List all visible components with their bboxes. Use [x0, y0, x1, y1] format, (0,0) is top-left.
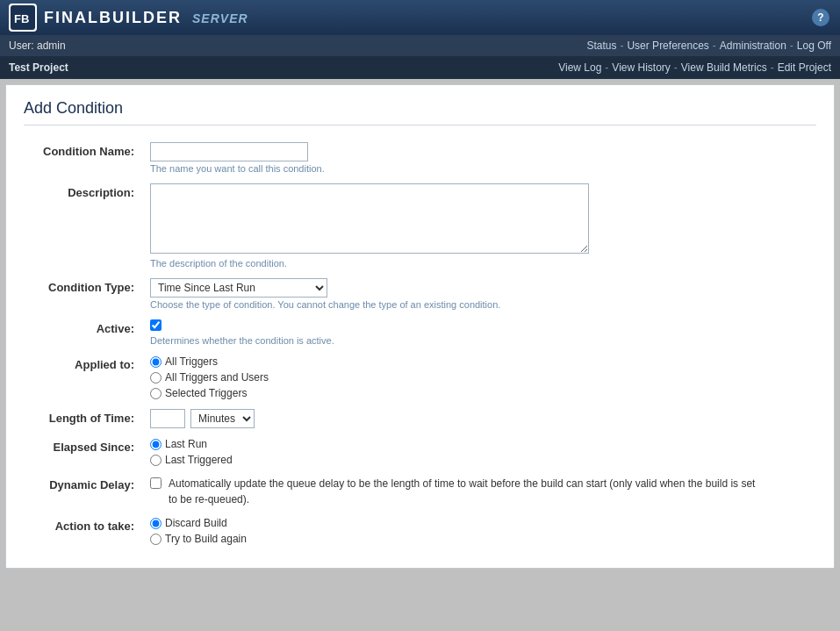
elapsed-last-run[interactable]: Last Run — [150, 438, 813, 450]
logo-box: FB — [9, 4, 37, 32]
condition-type-hint: Choose the type of condition. You cannot… — [150, 299, 813, 310]
condition-type-row: Condition Type: Time Since Last Run Choo… — [24, 274, 816, 315]
action-radio-group: Discard Build Try to Build again — [150, 517, 813, 545]
condition-name-row: Condition Name: The name you want to cal… — [24, 138, 816, 179]
nav-view-metrics-link[interactable]: View Build Metrics — [681, 61, 767, 74]
applied-to-label: Applied to: — [24, 351, 147, 405]
condition-name-field: The name you want to call this condition… — [147, 138, 816, 179]
applied-all-triggers-users-label: All Triggers and Users — [165, 371, 269, 384]
elapsed-last-run-radio[interactable] — [150, 439, 162, 450]
help-icon[interactable]: ? — [812, 9, 829, 26]
length-of-time-row: Length of Time: Minutes Hours Days — [24, 405, 816, 434]
dynamic-delay-checkbox[interactable] — [150, 477, 162, 489]
nav-project-links: View Log - View History - View Build Met… — [558, 61, 831, 74]
main-content: Add Condition Condition Name: The name y… — [5, 84, 835, 569]
form-table: Condition Name: The name you want to cal… — [24, 138, 816, 550]
elapsed-last-triggered[interactable]: Last Triggered — [150, 454, 813, 466]
condition-type-wrapper: Time Since Last Run — [150, 278, 327, 298]
header-top: FB FINALBUILDER Server ? — [0, 0, 840, 35]
elapsed-since-row: Elapsed Since: Last Run Last Triggered — [24, 434, 816, 471]
elapsed-last-run-label: Last Run — [165, 438, 207, 450]
logo-area: FB FINALBUILDER Server — [9, 4, 248, 32]
applied-all-triggers-users-radio[interactable] — [150, 372, 162, 384]
nav-user: User: admin — [9, 39, 66, 52]
nav-view-log-link[interactable]: View Log — [558, 61, 601, 74]
nav-user-prefs-link[interactable]: User Preferences — [627, 39, 708, 52]
svg-text:FB: FB — [14, 12, 29, 25]
action-label: Action to take: — [24, 513, 147, 550]
applied-selected-triggers-label: Selected Triggers — [165, 387, 247, 399]
length-of-time-field: Minutes Hours Days — [147, 405, 816, 434]
dynamic-delay-row: Dynamic Delay: Automatically update the … — [24, 471, 816, 513]
action-retry[interactable]: Try to Build again — [150, 533, 813, 545]
active-field: Determines whether the condition is acti… — [147, 315, 816, 351]
elapsed-last-triggered-label: Last Triggered — [165, 454, 233, 466]
applied-all-triggers-radio[interactable] — [150, 356, 162, 368]
action-discard-radio[interactable] — [150, 518, 162, 529]
minutes-wrapper: Minutes Hours Days — [190, 409, 255, 428]
condition-name-label: Condition Name: — [24, 138, 147, 179]
applied-selected-triggers[interactable]: Selected Triggers — [150, 387, 813, 399]
description-row: Description: The description of the cond… — [24, 179, 816, 274]
action-retry-label: Try to Build again — [165, 533, 247, 545]
action-field: Discard Build Try to Build again — [147, 513, 816, 550]
logo-text: FINALBUILDER Server — [44, 9, 248, 27]
active-hint: Determines whether the condition is acti… — [150, 335, 813, 346]
description-hint: The description of the condition. — [150, 258, 813, 269]
action-discard-label: Discard Build — [165, 517, 227, 529]
nav-sep3: - — [790, 39, 793, 52]
nav-sep1: - — [620, 39, 623, 52]
description-field: The description of the condition. — [147, 179, 816, 274]
nav-sep2: - — [713, 39, 716, 52]
elapsed-since-radio-group: Last Run Last Triggered — [150, 438, 813, 466]
dynamic-delay-checkbox-row: Automatically update the queue delay to … — [150, 476, 813, 507]
applied-to-radio-group: All Triggers All Triggers and Users Sele… — [150, 355, 813, 399]
length-of-time-label: Length of Time: — [24, 405, 147, 434]
action-retry-radio[interactable] — [150, 534, 162, 545]
condition-type-field: Time Since Last Run Choose the type of c… — [147, 274, 816, 315]
proj-sep2: - — [674, 61, 678, 74]
active-label: Active: — [24, 315, 147, 351]
nav-project: Test Project View Log - View History - V… — [0, 56, 840, 79]
applied-to-field: All Triggers All Triggers and Users Sele… — [147, 351, 816, 405]
condition-name-input[interactable] — [150, 142, 308, 161]
proj-sep1: - — [605, 61, 608, 74]
nav-logoff-link[interactable]: Log Off — [797, 39, 831, 52]
dynamic-delay-text: Automatically update the queue delay to … — [169, 476, 765, 507]
action-discard[interactable]: Discard Build — [150, 517, 813, 529]
nav-admin-link[interactable]: Administration — [720, 39, 786, 52]
condition-type-select[interactable]: Time Since Last Run — [151, 281, 327, 295]
applied-selected-triggers-radio[interactable] — [150, 388, 162, 399]
length-row: Minutes Hours Days — [150, 409, 813, 428]
condition-type-label: Condition Type: — [24, 274, 147, 315]
length-input[interactable] — [150, 409, 185, 428]
applied-all-triggers-users[interactable]: All Triggers and Users — [150, 371, 813, 384]
nav-view-history-link[interactable]: View History — [612, 61, 670, 74]
applied-all-triggers-label: All Triggers — [165, 355, 218, 368]
minutes-select[interactable]: Minutes Hours Days — [191, 412, 254, 426]
logo-main: FINALBUILDER — [44, 9, 182, 26]
active-row: Active: Determines whether the condition… — [24, 315, 816, 351]
active-checkbox[interactable] — [150, 319, 162, 331]
nav-project-name: Test Project — [9, 61, 68, 74]
description-textarea[interactable] — [150, 183, 589, 254]
page-title: Add Condition — [24, 99, 816, 125]
action-row: Action to take: Discard Build Try to Bui… — [24, 513, 816, 550]
nav-status-link[interactable]: Status — [586, 39, 616, 52]
nav-top: User: admin Status - User Preferences - … — [0, 35, 840, 56]
proj-sep3: - — [771, 61, 774, 74]
dynamic-delay-label: Dynamic Delay: — [24, 471, 147, 513]
dynamic-delay-field: Automatically update the queue delay to … — [147, 471, 816, 513]
applied-all-triggers[interactable]: All Triggers — [150, 355, 813, 368]
applied-to-row: Applied to: All Triggers All Triggers an… — [24, 351, 816, 405]
condition-name-hint: The name you want to call this condition… — [150, 163, 813, 174]
elapsed-since-field: Last Run Last Triggered — [147, 434, 816, 471]
logo-server: Server — [192, 11, 248, 25]
description-label: Description: — [24, 179, 147, 274]
elapsed-since-label: Elapsed Since: — [24, 434, 147, 471]
elapsed-last-triggered-radio[interactable] — [150, 455, 162, 466]
nav-edit-project-link[interactable]: Edit Project — [778, 61, 831, 74]
nav-links: Status - User Preferences - Administrati… — [586, 39, 831, 52]
